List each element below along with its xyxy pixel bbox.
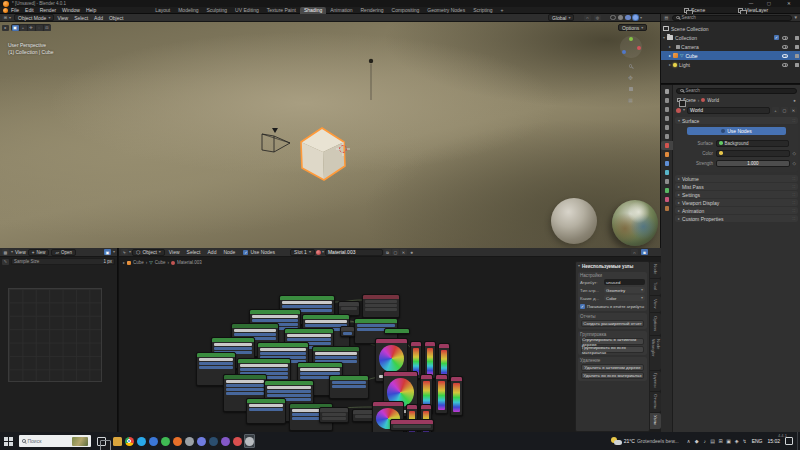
- fake-user-shield-icon[interactable]: ▢: [392, 249, 399, 255]
- image-pin-icon[interactable]: ▣: [104, 249, 111, 255]
- tab-sculpting[interactable]: Sculpting: [203, 7, 232, 14]
- datablock-browse-caret[interactable]: ▾: [683, 108, 685, 112]
- mode-selector[interactable]: Object Mode▾: [14, 14, 54, 21]
- section-settings[interactable]: ▸Settings∷: [675, 191, 798, 198]
- menu-window[interactable]: Window: [59, 7, 83, 13]
- outliner-filter-icon[interactable]: ▼: [794, 15, 798, 20]
- properties-tab[interactable]: [661, 132, 673, 141]
- new-datablock-icon[interactable]: +: [772, 107, 779, 113]
- strength-slider[interactable]: 1.000: [716, 160, 790, 167]
- render-visibility-icon[interactable]: [795, 36, 798, 40]
- taskbar-app-icon[interactable]: [220, 434, 231, 448]
- properties-tab[interactable]: [661, 96, 673, 105]
- render-visibility-icon[interactable]: [795, 45, 798, 49]
- tray-icon[interactable]: ⊞: [717, 438, 725, 444]
- tab-uv-editing[interactable]: UV Editing: [231, 7, 263, 14]
- language-indicator[interactable]: ENG: [752, 438, 763, 444]
- color-swatch-field[interactable]: [716, 150, 790, 157]
- shader-menu-select[interactable]: Select: [184, 248, 204, 256]
- npanel-tab-groups[interactable]: Группы: [650, 371, 661, 391]
- taskbar-app-icon[interactable]: [208, 434, 219, 448]
- camera-object[interactable]: [258, 126, 294, 156]
- create-report-button[interactable]: Создать расширенный отчет: [581, 320, 644, 327]
- slot-selector[interactable]: Slot 1▾: [290, 249, 315, 256]
- taskbar-app-icon[interactable]: [172, 434, 183, 448]
- material-name-field[interactable]: Material.003: [325, 249, 383, 256]
- shader-node[interactable]: [340, 326, 355, 337]
- outliner-search-input[interactable]: Search: [672, 15, 792, 21]
- image-editor-canvas[interactable]: [8, 288, 102, 382]
- taskbar-app-icon[interactable]: [184, 434, 195, 448]
- expand-caret-icon[interactable]: ▸: [669, 54, 671, 58]
- npanel-tab-view[interactable]: View: [650, 296, 661, 312]
- search-highlight-thumbnail[interactable]: [72, 437, 88, 446]
- fake-user-shield-icon[interactable]: ▢: [781, 107, 788, 113]
- notification-center-icon[interactable]: [785, 437, 793, 445]
- use-nodes-checkbox[interactable]: ✓ Use Nodes: [243, 249, 275, 255]
- toggle-grid-icon[interactable]: ▦: [628, 97, 633, 103]
- section-animation[interactable]: ▸Animation∷: [675, 207, 798, 214]
- camera-view-icon[interactable]: [629, 87, 632, 91]
- properties-tab[interactable]: [661, 204, 673, 213]
- taskbar-app-icon[interactable]: [148, 434, 159, 448]
- editor-type-icon[interactable]: ▩: [2, 249, 9, 255]
- animate-diamond-icon[interactable]: ◇: [793, 151, 796, 156]
- properties-tab[interactable]: [661, 168, 673, 177]
- material-shading-icon[interactable]: [625, 15, 631, 21]
- viewport-menu-add[interactable]: Add: [91, 14, 106, 21]
- rotate-tool-icon[interactable]: ◌: [36, 25, 43, 31]
- copy-material-icon[interactable]: ⧉: [384, 249, 391, 255]
- select-box-tool-icon[interactable]: ▣: [12, 25, 19, 31]
- move-tool-icon[interactable]: ✢: [28, 25, 35, 31]
- render-visibility-icon[interactable]: [795, 63, 798, 67]
- solid-shading-icon[interactable]: [618, 15, 624, 21]
- transform-orientation[interactable]: Global▾: [548, 14, 574, 21]
- section-viewport-display[interactable]: ▸Viewport Display∷: [675, 199, 798, 206]
- menu-file[interactable]: File: [8, 7, 22, 13]
- tab-modeling[interactable]: Modeling: [174, 7, 202, 14]
- type-dropdown[interactable]: Geometry▾: [604, 287, 645, 293]
- maximize-button[interactable]: ▢: [762, 0, 776, 7]
- hide-eye-icon[interactable]: [782, 54, 788, 58]
- outliner-row-camera[interactable]: ▸ Camera: [661, 42, 800, 51]
- tab-rendering[interactable]: Rendering: [356, 7, 387, 14]
- which-dropdown[interactable]: Color▾: [604, 295, 645, 301]
- shader-menu-add[interactable]: Add: [205, 248, 220, 256]
- proportional-edit-icon[interactable]: ◎: [594, 15, 601, 21]
- properties-tab[interactable]: [661, 150, 673, 159]
- shader-node[interactable]: [319, 407, 349, 423]
- npanel-tab-options[interactable]: Options: [650, 313, 661, 335]
- menu-help[interactable]: Help: [83, 7, 99, 13]
- tray-icon[interactable]: ▣: [725, 438, 733, 444]
- sample-eyedropper-icon[interactable]: ✎: [2, 259, 9, 265]
- group-all-materials-button[interactable]: Группировать во всех материалах: [581, 346, 644, 353]
- taskbar-app-icon[interactable]: [112, 434, 123, 448]
- properties-tab[interactable]: [661, 159, 673, 168]
- viewport-canvas[interactable]: ▸ ▣ + ✢ ◌ ⊡ Options▾ User Perspective (1…: [0, 22, 660, 248]
- light-object[interactable]: [366, 56, 376, 102]
- shader-type-selector[interactable]: ⬡ Object▾: [132, 249, 165, 256]
- surface-value-field[interactable]: Background: [716, 140, 789, 147]
- hide-eye-icon[interactable]: [782, 63, 788, 67]
- properties-tab[interactable]: [661, 177, 673, 186]
- viewlayer-selector[interactable]: ViewLayer: [738, 7, 768, 13]
- tab-geometry-nodes[interactable]: Geometry Nodes: [423, 7, 469, 14]
- surface-panel-header[interactable]: ▾Surface∷: [675, 117, 798, 124]
- hide-eye-icon[interactable]: [782, 45, 788, 49]
- viewport-menu-object[interactable]: Object: [106, 14, 126, 21]
- shading-mode-toggle[interactable]: ▾: [610, 15, 642, 21]
- pin-icon[interactable]: ●: [793, 98, 796, 103]
- outliner-display-mode-icon[interactable]: ▤: [663, 15, 670, 21]
- scale-tool-icon[interactable]: ⊡: [44, 25, 51, 31]
- outliner-row-cube-selected[interactable]: ▸ ▽ Cube: [661, 51, 800, 60]
- viewport-menu-view[interactable]: View: [54, 14, 71, 21]
- task-view-icon[interactable]: [97, 437, 106, 446]
- shader-node[interactable]: [362, 294, 400, 318]
- shader-node[interactable]: [390, 419, 434, 431]
- animate-diamond-icon[interactable]: ◇: [793, 161, 796, 166]
- properties-tab[interactable]: [661, 87, 673, 96]
- taskbar-search-input[interactable]: Поиск: [19, 435, 91, 447]
- shader-node[interactable]: [435, 374, 448, 414]
- start-button[interactable]: [4, 437, 13, 446]
- open-image-button[interactable]: ▱ Open: [51, 249, 75, 256]
